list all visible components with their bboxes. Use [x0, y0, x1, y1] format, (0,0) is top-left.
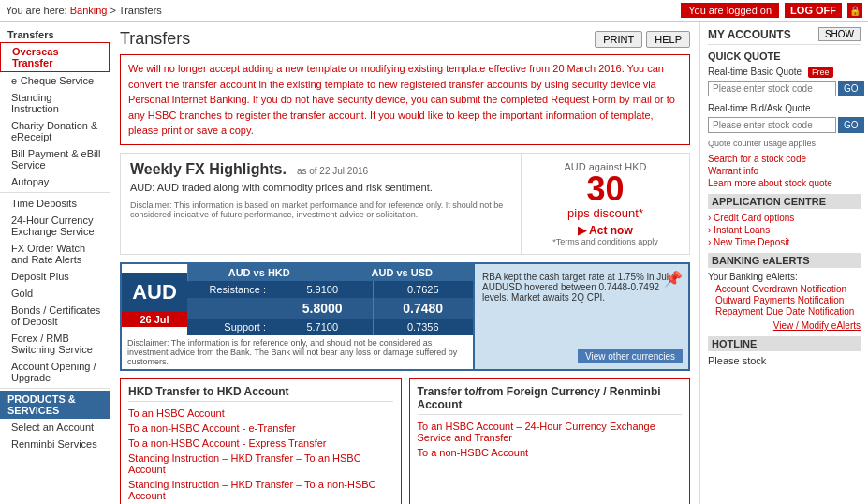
sidebar-item-echeque[interactable]: e-Cheque Service — [0, 72, 110, 89]
quote-note: Quote counter usage applies — [708, 139, 861, 148]
bid-quote-input[interactable] — [708, 117, 836, 133]
hkd-link-0[interactable]: To an HSBC Account — [128, 408, 393, 419]
fx-banner: Weekly FX Highlights. as of 22 Jul 2016 … — [120, 153, 690, 255]
sidebar-link-bonds[interactable]: Bonds / Certificates of Deposit — [11, 304, 100, 327]
rate-row-0-label: Resistance : — [187, 281, 272, 298]
sidebar-link-overseas-transfer[interactable]: Overseas Transfer — [12, 46, 59, 68]
rate-row-0-val2: 0.7625 — [373, 281, 474, 298]
sidebar-item-time-deposits[interactable]: Time Deposits — [0, 195, 110, 212]
sidebar-link-renminbi[interactable]: Renminbi Services — [11, 438, 97, 450]
sidebar-divider-1 — [0, 192, 110, 193]
rate-commentary: 📌 RBA kept the cash target rate at 1.75%… — [473, 264, 688, 369]
fx-act-now[interactable]: ▶ Act now — [578, 224, 633, 237]
foreign-link-0[interactable]: To an HSBC Account – 24-Hour Currency Ex… — [418, 421, 683, 443]
breadcrumb: You are here: Banking > Transfers — [6, 5, 162, 16]
show-button[interactable]: SHOW — [818, 27, 861, 41]
sidebar-link-gold[interactable]: Gold — [11, 288, 33, 299]
sidebar-link-time-deposits[interactable]: Time Deposits — [11, 198, 77, 209]
hkd-link-1[interactable]: To a non-HSBC Account - e-Transfer — [128, 422, 393, 434]
login-bar: You are logged on LOG OFF 🔒 — [681, 3, 862, 18]
sidebar-link-account-opening[interactable]: Account Opening / Upgrade — [11, 361, 96, 383]
bid-quote-row: GO — [708, 117, 861, 133]
page-title: Transfers — [120, 29, 190, 49]
fx-banner-title-row: Weekly FX Highlights. as of 22 Jul 2016 — [130, 161, 511, 178]
sidebar-products-renminbi[interactable]: Renminbi Services — [0, 436, 110, 452]
sidebar-item-forex-rmb[interactable]: Forex / RMB Switching Service — [0, 330, 110, 358]
sidebar-products-select-account[interactable]: Select an Account — [0, 419, 110, 436]
sidebar-item-charity[interactable]: Charity Donation & eReceipt — [0, 117, 110, 145]
logged-on-label: You are logged on — [681, 3, 779, 18]
my-accounts-title: MY ACCOUNTS SHOW — [708, 27, 861, 45]
fx-banner-right: AUD against HKD 30 pips discount* ▶ Act … — [521, 154, 689, 254]
rate-row-0-val1: 5.9100 — [272, 281, 373, 298]
rate-row-1: 5.8000 0.7480 — [187, 298, 473, 319]
ealert-2: Repayment Due Date Notification — [708, 306, 861, 317]
main-container: Transfers Overseas Transfer e-Cheque Ser… — [0, 22, 868, 504]
sidebar-link-standing[interactable]: Standing Instruction — [11, 92, 59, 114]
sidebar-item-standing[interactable]: Standing Instruction — [0, 89, 110, 117]
rate-row-2-label: Support : — [187, 319, 272, 335]
sidebar-divider-2 — [0, 388, 110, 389]
sidebar-item-fx-order[interactable]: FX Order Watch and Rate Alerts — [0, 240, 110, 268]
sidebar-title: Transfers — [0, 25, 110, 42]
realtime-basic-label: Real-time Basic Quote — [708, 67, 802, 77]
sidebar-item-overseas-transfer[interactable]: Overseas Transfer — [0, 42, 110, 72]
breadcrumb-prefix: You are here: — [6, 5, 67, 16]
hkd-link-4[interactable]: Standing Instruction – HKD Transfer – To… — [128, 479, 393, 501]
view-currencies-button[interactable]: View other currencies — [578, 349, 683, 363]
sidebar-item-gold[interactable]: Gold — [0, 285, 110, 302]
sidebar-link-fx-order[interactable]: FX Order Watch and Rate Alerts — [11, 243, 85, 265]
pips-suffix: discount* — [594, 206, 643, 220]
sidebar-item-bill[interactable]: Bill Payment & eBill Service — [0, 145, 110, 173]
sidebar-item-account-opening[interactable]: Account Opening / Upgrade — [0, 358, 110, 386]
warrant-info-link[interactable]: Warrant info — [708, 166, 861, 176]
breadcrumb-banking[interactable]: Banking — [70, 5, 108, 16]
sidebar-link-24hr[interactable]: 24-Hour Currency Exchange Service — [11, 215, 95, 237]
sidebar-item-bonds[interactable]: Bonds / Certificates of Deposit — [0, 302, 110, 330]
ealert-0: Account Overdrawn Notification — [708, 284, 861, 294]
learn-stock-link[interactable]: Learn more about stock quote — [708, 178, 861, 188]
transfer-grid: HKD Transfer to HKD Account To an HSBC A… — [120, 378, 690, 505]
logoff-button[interactable]: LOG OFF — [785, 3, 842, 18]
hkd-link-3[interactable]: Standing Instruction – HKD Transfer – To… — [128, 452, 393, 475]
sidebar-link-echeque[interactable]: e-Cheque Service — [11, 75, 94, 86]
help-button[interactable]: HELP — [646, 31, 690, 48]
fx-terms: *Terms and conditions apply — [552, 237, 658, 246]
sidebar-link-deposit-plus[interactable]: Deposit Plus — [11, 271, 69, 282]
sidebar-item-deposit-plus[interactable]: Deposit Plus — [0, 268, 110, 285]
app-new-time-deposit[interactable]: New Time Deposit — [708, 237, 861, 247]
content: Transfers PRINT HELP We will no longer a… — [110, 22, 699, 504]
fx-banner-left: Weekly FX Highlights. as of 22 Jul 2016 … — [121, 154, 521, 254]
lock-icon: 🔒 — [847, 3, 862, 18]
sidebar-link-charity[interactable]: Charity Donation & eReceipt — [11, 120, 97, 142]
sidebar-link-select-account[interactable]: Select an Account — [11, 422, 94, 433]
sidebar-link-forex-rmb[interactable]: Forex / RMB Switching Service — [11, 333, 93, 355]
rate-row-0: Resistance : 5.9100 0.7625 — [187, 281, 473, 298]
ealerts-title: BANKING eALERTS — [708, 253, 861, 268]
sidebar-link-autopay[interactable]: Autopay — [11, 176, 49, 187]
sidebar-item-24hr[interactable]: 24-Hour Currency Exchange Service — [0, 212, 110, 240]
sidebar-item-autopay[interactable]: Autopay — [0, 173, 110, 190]
print-button[interactable]: PRINT — [595, 31, 642, 48]
hkd-link-2[interactable]: To a non-HSBC Account - Express Transfer — [128, 437, 393, 449]
please-stock: Please stock — [708, 355, 861, 366]
bid-go-button[interactable]: GO — [838, 117, 864, 133]
realtime-bid-label: Real-time Bid/Ask Quote — [708, 103, 811, 113]
ealerts-label: Your Banking eAlerts: — [708, 272, 861, 282]
rate-row-2: Support : 5.7100 0.7356 — [187, 319, 473, 335]
basic-quote-row: GO — [708, 81, 861, 96]
app-credit-card[interactable]: Credit Card options — [708, 213, 861, 223]
view-modify-ealerts[interactable]: View / Modify eAlerts — [708, 320, 861, 331]
rate-row-1-val1: 5.8000 — [272, 298, 373, 319]
sidebar-link-bill[interactable]: Bill Payment & eBill Service — [11, 148, 100, 170]
basic-quote-input[interactable] — [708, 81, 836, 96]
rate-main: AUD 26 Jul AUD vs HKD AUD vs USD Resista… — [122, 264, 473, 369]
app-instant-loans[interactable]: Instant Loans — [708, 225, 861, 235]
rate-col1-header: AUD vs HKD — [187, 264, 331, 281]
search-stock-link[interactable]: Search for a stock code — [708, 154, 861, 164]
basic-go-button[interactable]: GO — [838, 81, 864, 96]
rate-date: 26 Jul — [122, 312, 187, 327]
foreign-link-1[interactable]: To a non-HSBC Account — [418, 447, 683, 458]
header-buttons: PRINT HELP — [595, 31, 690, 48]
fx-title: Weekly FX Highlights. — [130, 161, 287, 177]
